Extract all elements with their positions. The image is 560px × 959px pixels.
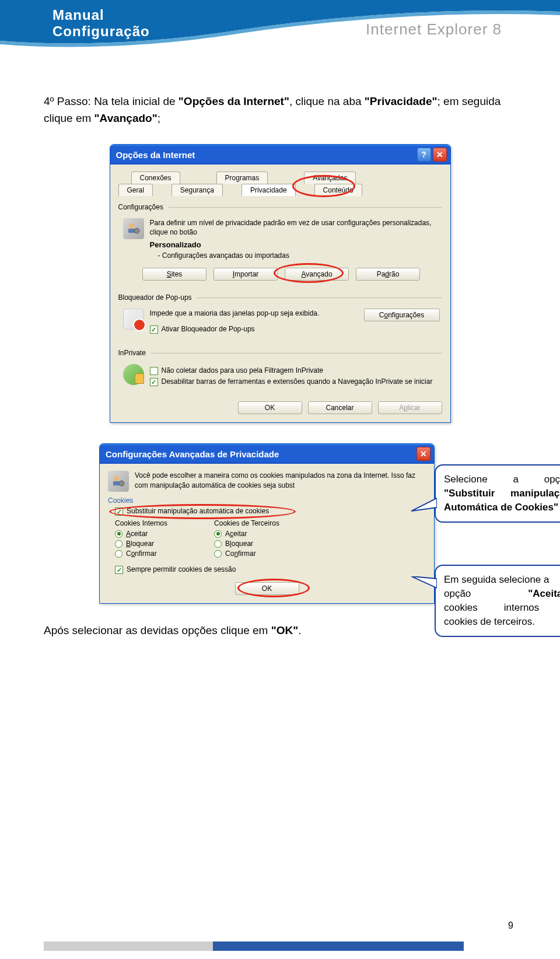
tab-row-front: Geral Segurança Privacidade Conteúdo bbox=[118, 184, 442, 196]
inprivate-check2-label: Desabilitar barras de ferramentas e exte… bbox=[162, 377, 433, 386]
col-third: Cookies de Terceiros Aceitar Bloquear Co… bbox=[214, 519, 279, 559]
group-popup-title: Bloqueador de Pop-ups bbox=[118, 293, 192, 302]
cancel-button[interactable]: Cancelar bbox=[308, 401, 372, 414]
divider bbox=[150, 353, 442, 354]
config-desc: Para definir um nível de privacidade pad… bbox=[150, 218, 440, 237]
header-title-right: Internet Explorer 8 bbox=[366, 20, 502, 38]
footer-bar-grey bbox=[44, 942, 213, 951]
dialog2-titlebar[interactable]: Configurações Avançadas de Privacidade ✕ bbox=[100, 444, 434, 464]
tab-programas[interactable]: Programas bbox=[216, 172, 268, 184]
avancado-button[interactable]: Avançado bbox=[285, 268, 349, 281]
c2-w1: opção bbox=[444, 587, 471, 601]
tab-conteudo[interactable]: Conteúdo bbox=[314, 184, 362, 196]
col-internal: Cookies Internos Aceitar Bloquear Confir… bbox=[115, 519, 167, 559]
close-button-2[interactable]: ✕ bbox=[416, 447, 430, 461]
padrao-button[interactable]: Padrão bbox=[356, 268, 420, 281]
c1-w1: Selecione bbox=[444, 473, 488, 487]
thr-accept-radio[interactable] bbox=[214, 530, 222, 538]
c1-w2: a bbox=[513, 473, 518, 487]
popup-config-button[interactable]: Configurações bbox=[364, 309, 440, 321]
dialog1-title: Opções da Internet bbox=[116, 150, 415, 160]
divider bbox=[168, 207, 442, 208]
cookies-section-label: Cookies bbox=[108, 496, 426, 505]
btn-conf-rest: nfigurações bbox=[388, 311, 424, 319]
int-accept-label: Aceitar bbox=[126, 530, 148, 538]
ok-button-2[interactable]: OK bbox=[235, 582, 299, 595]
svg-rect-4 bbox=[113, 481, 120, 485]
popup-checkbox[interactable] bbox=[150, 326, 158, 334]
int-confirm-row[interactable]: Confirmar bbox=[115, 550, 167, 558]
int-block-radio[interactable] bbox=[115, 540, 123, 548]
sites-button[interactable]: Sites bbox=[142, 268, 206, 281]
tab-avancadas[interactable]: Avançadas bbox=[304, 172, 356, 184]
dialog2-title: Configurações Avançadas de Privacidade bbox=[106, 449, 415, 459]
popup-desc: Impede que a maioria das janelas pop-up … bbox=[150, 309, 357, 318]
int-confirm-radio[interactable] bbox=[115, 550, 123, 558]
inprivate-check1-row[interactable]: Não coletar dados para uso pela Filtrage… bbox=[150, 366, 440, 375]
int-accept-radio[interactable] bbox=[115, 530, 123, 538]
privacy-icon bbox=[123, 218, 144, 239]
thr-confirm-row[interactable]: Confirmar bbox=[214, 550, 279, 558]
privacy-icon-2 bbox=[108, 471, 129, 492]
c2-w4: internos bbox=[504, 601, 539, 615]
dialog2-wrap: Configurações Avançadas de Privacidade ✕… bbox=[99, 443, 461, 604]
btn-pad-rest: rão bbox=[389, 270, 399, 278]
int-accept-row[interactable]: Aceitar bbox=[115, 530, 167, 538]
inprivate-checkbox2[interactable] bbox=[150, 378, 158, 386]
tab-seguranca[interactable]: Segurança bbox=[172, 184, 223, 196]
dialog1-titlebar[interactable]: Opções da Internet ? ✕ bbox=[110, 145, 450, 164]
dialog2-footer: OK bbox=[108, 582, 426, 595]
inprivate-icon bbox=[123, 364, 144, 385]
thr-accept-row[interactable]: Aceitar bbox=[214, 530, 279, 538]
popup-blocker-icon bbox=[123, 309, 144, 330]
tab-geral[interactable]: Geral bbox=[118, 184, 153, 196]
btn-av-rest: vançado bbox=[306, 270, 332, 278]
substitute-check-row[interactable]: Substituir manipulação automática de coo… bbox=[115, 507, 426, 516]
c1-w4: "Substituir bbox=[444, 487, 495, 501]
intro-q2: "Privacidade" bbox=[365, 95, 438, 107]
intro-pre: 4º Passo: Na tela inicial de bbox=[44, 95, 178, 107]
callout-accept: Em seguida selecione a opção"Aceitar" co… bbox=[435, 565, 560, 636]
dialog2-desc: Você pode escolher a maneira como os coo… bbox=[135, 471, 426, 489]
advanced-privacy-dialog: Configurações Avançadas de Privacidade ✕… bbox=[99, 443, 435, 604]
page-content: 4º Passo: Na tela inicial de "Opções da … bbox=[0, 58, 560, 637]
session-checkbox[interactable] bbox=[115, 566, 123, 574]
internet-options-dialog: Opções da Internet ? ✕ Conexões Programa… bbox=[110, 144, 451, 423]
bottom-end: . bbox=[298, 624, 301, 636]
tab-container: Conexões Programas Avançadas Geral Segur… bbox=[118, 172, 442, 196]
svg-point-3 bbox=[114, 476, 119, 481]
svg-point-0 bbox=[128, 223, 134, 229]
inprivate-check2-row[interactable]: Desabilitar barras de ferramentas e exte… bbox=[150, 377, 440, 386]
thr-confirm-label: Confirmar bbox=[225, 550, 256, 558]
help-button[interactable]: ? bbox=[417, 148, 431, 162]
tab-privacidade[interactable]: Privacidade bbox=[242, 184, 296, 196]
page-header: Manual Configuração Internet Explorer 8 bbox=[0, 0, 560, 58]
c2-w2: "Aceitar" bbox=[528, 587, 560, 601]
header-line2: Configuração bbox=[52, 23, 150, 40]
close-button[interactable]: ✕ bbox=[433, 148, 447, 162]
thr-accept-label: Aceitar bbox=[225, 530, 247, 538]
footer-bar-blue bbox=[213, 942, 464, 951]
c1-l3: Automática de Cookies" bbox=[444, 501, 560, 514]
thr-block-radio[interactable] bbox=[214, 540, 222, 548]
substitute-check-label: Substituir manipulação automática de coo… bbox=[127, 507, 269, 515]
session-check-row[interactable]: Sempre permitir cookies de sessão bbox=[115, 565, 426, 574]
divider bbox=[197, 298, 442, 298]
int-block-row[interactable]: Bloquear bbox=[115, 540, 167, 548]
thr-confirm-radio[interactable] bbox=[214, 550, 222, 558]
tab-conexoes[interactable]: Conexões bbox=[131, 172, 180, 184]
callout1-tail bbox=[411, 496, 437, 513]
btn-imp-rest: mportar bbox=[235, 270, 258, 278]
substitute-checkbox[interactable] bbox=[115, 508, 123, 516]
page-footer bbox=[0, 930, 560, 959]
thr-block-row[interactable]: Bloquear bbox=[214, 540, 279, 548]
ok-button[interactable]: OK bbox=[238, 401, 302, 414]
intro-q1: "Opções da Internet" bbox=[178, 95, 289, 107]
apply-button[interactable]: Aplicar bbox=[378, 401, 442, 414]
popup-check-row[interactable]: Ativar Bloqueador de Pop-ups bbox=[150, 325, 440, 334]
inprivate-checkbox1[interactable] bbox=[150, 367, 158, 375]
int-confirm-label: Confirmar bbox=[126, 550, 157, 558]
apply-label: Aplicar bbox=[399, 404, 421, 412]
importar-button[interactable]: Importar bbox=[214, 268, 278, 281]
col1-title: Cookies Internos bbox=[115, 519, 167, 527]
